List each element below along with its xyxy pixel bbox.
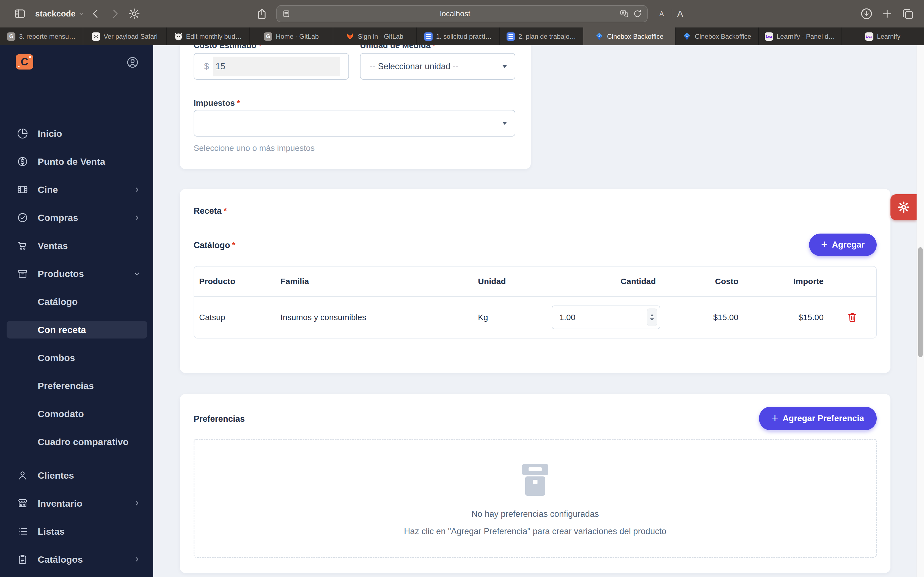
settings-gear-icon[interactable]: [128, 7, 141, 20]
row-unidad: Kg: [473, 313, 543, 322]
account-icon[interactable]: [126, 56, 139, 69]
sidebar-item-con-receta[interactable]: Con receta: [6, 321, 147, 338]
browser-toolbar: stackcode localhost A A: [0, 0, 924, 27]
trash-icon: [846, 311, 858, 324]
sidebar-item-productos[interactable]: Productos: [0, 259, 153, 288]
downloads-icon[interactable]: [860, 7, 873, 20]
sidebar-item-inicio[interactable]: Inicio: [0, 119, 153, 148]
recipe-table: Producto Familia Unidad Cantidad Costo I…: [194, 266, 877, 338]
reload-icon[interactable]: [633, 9, 642, 18]
text-size-divider: [672, 9, 672, 18]
github-icon: [174, 32, 183, 41]
tab-overview-icon[interactable]: [901, 7, 914, 20]
sidebar-item-punto-de-venta[interactable]: Punto de Venta: [0, 148, 153, 176]
tab-reporte[interactable]: G 3. reporte mensu…: [0, 27, 83, 45]
col-familia: Familia: [276, 277, 473, 286]
tab-home-gitlab[interactable]: G Home · GitLab: [250, 27, 333, 45]
required-asterisk: *: [433, 45, 436, 50]
sidebar-item-listas[interactable]: Listas: [0, 517, 153, 545]
scrollbar-thumb[interactable]: [918, 247, 922, 357]
required-asterisk: *: [224, 206, 227, 216]
tab-cinebox-active[interactable]: Cinebox Backoffice: [583, 27, 676, 45]
tab-edit-budget[interactable]: Edit monthly bud…: [166, 27, 250, 45]
quantity-value: 1.00: [559, 313, 575, 322]
translate-icon[interactable]: [620, 9, 629, 18]
col-unidad: Unidad: [473, 277, 543, 286]
chevron-right-icon: [133, 555, 141, 564]
settings-fab[interactable]: [890, 194, 917, 220]
tab-plan-trabajo[interactable]: 2. plan de trabajo…: [500, 27, 583, 45]
clipboard-icon: [17, 554, 28, 565]
row-familia: Insumos y consumibles: [276, 313, 473, 322]
person-icon: [17, 470, 28, 481]
sidebar-item-preferencias[interactable]: Preferencias: [0, 372, 153, 400]
sidebar-item-inventario[interactable]: Inventario: [0, 489, 153, 517]
unit-select[interactable]: -- Seleccionar unidad --: [360, 53, 515, 80]
forward-button[interactable]: [110, 8, 120, 19]
archive-box-icon: [522, 464, 548, 496]
tab-strip: G 3. reporte mensu… Ver payload Safari E…: [0, 27, 924, 45]
empty-title: No hay preferencias configuradas: [194, 509, 876, 519]
product-form-card: Costo Estimado* $ 15 Unidad de Medida* -…: [180, 45, 531, 169]
delete-row-button[interactable]: [828, 311, 876, 324]
cost-input[interactable]: $ 15: [194, 53, 349, 80]
catalog-label: Catálogo*: [194, 240, 236, 250]
back-button[interactable]: [90, 8, 101, 19]
tab-ver-payload[interactable]: Ver payload Safari: [83, 27, 166, 45]
required-asterisk: *: [232, 240, 236, 250]
learnify-icon: Lea: [765, 32, 773, 41]
tab-solicitud[interactable]: 1. solicitud practi…: [417, 27, 500, 45]
scrollbar[interactable]: [917, 45, 924, 577]
sidebar-item-catalogos[interactable]: Catálogos: [0, 545, 153, 574]
tax-helper-text: Seleccione uno o más impuestos: [194, 143, 315, 153]
stepper-arrows[interactable]: [647, 309, 657, 326]
chevron-right-icon: [133, 185, 141, 194]
tab-cinebox[interactable]: Cinebox Backoffice: [676, 27, 759, 45]
tax-multiselect[interactable]: [194, 110, 515, 137]
chevron-down-icon: [133, 269, 141, 278]
tax-label: Impuestos*: [194, 98, 240, 108]
chevron-right-icon: [133, 499, 141, 508]
cart-icon: [17, 240, 28, 251]
new-tab-icon[interactable]: [881, 8, 893, 19]
tab-learnify[interactable]: Lea Learnify: [842, 27, 924, 45]
recipe-table-row: Catsup Insumos y consumibles Kg 1.00 $15…: [194, 297, 876, 338]
col-cantidad: Cantidad: [543, 277, 660, 286]
address-bar[interactable]: localhost: [276, 5, 648, 22]
sidebar-item-cuadro-comparativo[interactable]: Cuadro comparativo: [0, 428, 153, 456]
learnify-icon: Lea: [865, 32, 873, 41]
select-caret-icon: [502, 122, 507, 125]
sidebar-item-comodato[interactable]: Comodato: [0, 400, 153, 428]
sidebar-item-compras[interactable]: Compras: [0, 204, 153, 232]
docs-icon: [507, 32, 515, 41]
empty-subtitle: Haz clic en "Agregar Preferencia" para c…: [194, 527, 876, 536]
sidebar-item-ventas[interactable]: Ventas: [0, 232, 153, 259]
select-caret-icon: [502, 65, 507, 68]
recipe-card: Receta* Catálogo* + Agregar Producto Fam…: [180, 189, 890, 373]
required-asterisk: *: [237, 98, 240, 108]
cost-label: Costo Estimado*: [194, 45, 262, 50]
sidebar-item-cine[interactable]: Cine: [0, 176, 153, 204]
list-icon: [17, 526, 28, 537]
g-badge-icon: G: [264, 32, 272, 41]
add-recipe-item-button[interactable]: + Agregar: [809, 234, 877, 256]
sidebar-item-clientes[interactable]: Clientes: [0, 461, 153, 489]
sidebar-item-combos[interactable]: Combos: [0, 344, 153, 372]
share-icon[interactable]: [256, 7, 268, 21]
increase-text-size-button[interactable]: A: [677, 8, 683, 19]
profile-menu[interactable]: stackcode: [35, 9, 84, 18]
col-costo: Costo: [660, 277, 743, 286]
cinebox-logo[interactable]: C: [16, 54, 33, 69]
page-settings-icon[interactable]: [282, 9, 291, 18]
recipe-table-header: Producto Familia Unidad Cantidad Costo I…: [194, 266, 876, 297]
gear-icon: [897, 201, 910, 214]
quantity-stepper[interactable]: 1.00: [552, 306, 660, 329]
sidebar-toggle-icon[interactable]: [12, 8, 27, 20]
row-importe: $15.00: [743, 313, 828, 322]
tab-learnify-panel[interactable]: Lea Learnify - Panel d…: [759, 27, 842, 45]
add-preference-button[interactable]: + Agregar Preferencia: [759, 407, 877, 430]
tab-signin-gitlab[interactable]: Sign in · GitLab: [333, 27, 417, 45]
row-costo: $15.00: [660, 313, 743, 322]
decrease-text-size-button[interactable]: A: [659, 10, 664, 18]
sidebar-item-catalogo[interactable]: Catálogo: [0, 288, 153, 316]
